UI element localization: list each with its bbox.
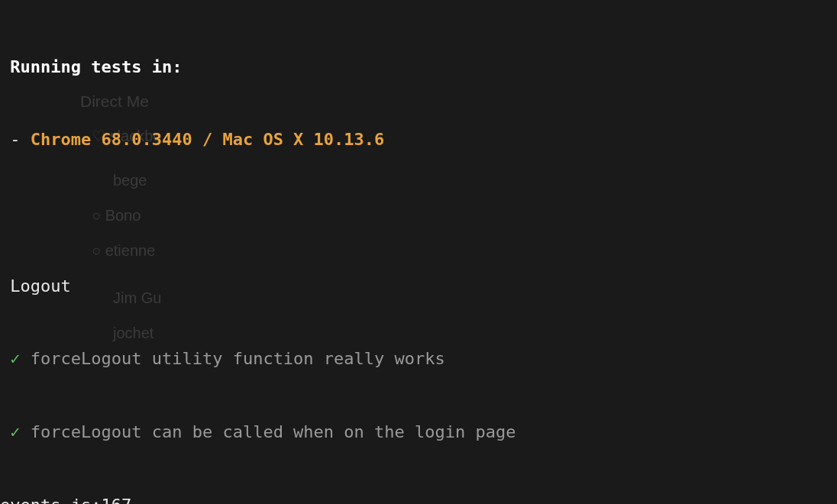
blank bbox=[0, 201, 837, 225]
error-file-line: events.js:167 bbox=[0, 493, 837, 504]
test-result-line: ✓ forceLogout utility function really wo… bbox=[0, 347, 837, 371]
browser-env-line: - Chrome 68.0.3440 / Mac OS X 10.13.6 bbox=[0, 128, 837, 152]
test-result-line: ✓ forceLogout can be called when on the … bbox=[0, 420, 837, 444]
test-suite-name: Logout bbox=[0, 274, 837, 299]
running-tests-header: Running tests in: bbox=[0, 55, 837, 79]
terminal-output: Running tests in: - Chrome 68.0.3440 / M… bbox=[0, 6, 837, 504]
